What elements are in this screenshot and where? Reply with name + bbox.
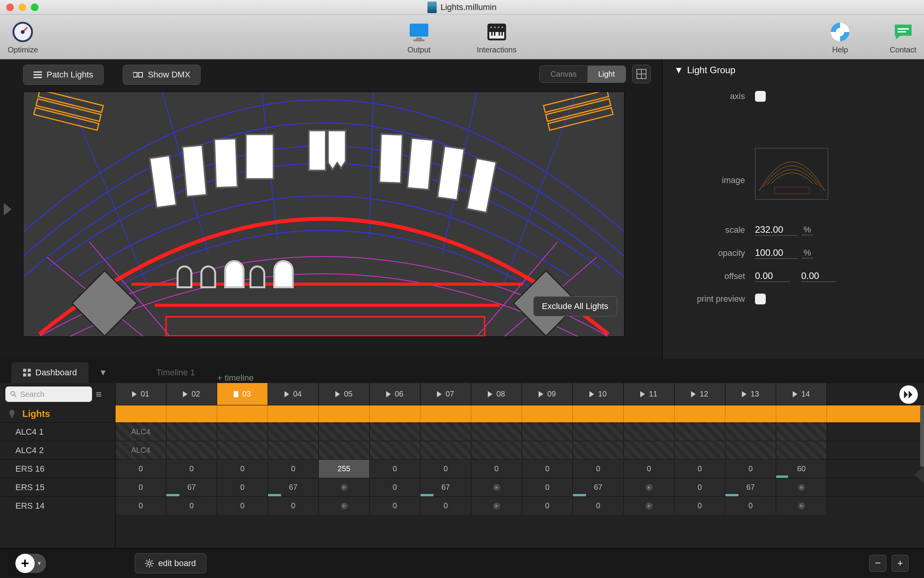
cell[interactable] [471,423,522,441]
cell[interactable]: 67 [268,478,319,496]
cell[interactable]: 0 [370,497,420,515]
lights-cue-06[interactable] [370,405,420,422]
patch-lights-button[interactable]: Patch Lights [23,65,104,85]
column-header-08[interactable]: 08 [471,383,522,405]
cell[interactable] [217,423,268,441]
cell[interactable] [573,441,624,459]
cell[interactable] [776,497,827,515]
cell[interactable] [319,478,370,496]
cell[interactable] [268,441,319,459]
cell[interactable]: 60 [776,460,827,478]
close-window-button[interactable] [6,3,14,11]
cell[interactable]: 67 [166,478,217,496]
cell[interactable]: 0 [573,460,624,478]
light-tab[interactable]: Light [588,66,626,82]
cell[interactable] [420,423,471,441]
column-header-09[interactable]: 09 [522,383,573,405]
column-header-02[interactable]: 02 [166,383,217,405]
zoom-in-button[interactable]: + [892,555,909,572]
column-header-11[interactable]: 11 [624,383,675,405]
cell[interactable]: 0 [573,497,624,515]
contact-button[interactable]: Contact [890,21,916,54]
cell[interactable]: 0 [420,460,471,478]
list-menu-button[interactable]: ≡ [96,388,110,400]
add-timeline-button[interactable]: + timeline [217,373,254,383]
row-label[interactable]: ALC4 2 [0,441,115,459]
cell[interactable] [471,441,522,459]
left-panel-toggle[interactable] [4,203,12,215]
lights-cue-07[interactable] [420,405,471,422]
interactions-button[interactable]: Interactions [477,21,516,54]
canvas-tab[interactable]: Canvas [540,66,588,82]
cell[interactable]: 0 [522,460,573,478]
cell[interactable] [522,423,573,441]
cell[interactable]: 0 [116,497,166,515]
lights-cue-04[interactable] [268,405,319,422]
optimize-button[interactable]: Optimize [8,21,38,54]
lights-cue-08[interactable] [471,405,522,422]
print-preview-checkbox[interactable] [755,294,766,304]
cell[interactable] [166,423,217,441]
zoom-window-button[interactable] [31,3,38,11]
cell[interactable]: 0 [675,497,725,515]
cell[interactable] [370,423,420,441]
cell[interactable]: 0 [116,478,166,496]
column-header-05[interactable]: 05 [319,383,370,405]
output-button[interactable]: Output [407,21,430,54]
column-header-03[interactable]: 03 [217,383,268,405]
cell[interactable]: 0 [217,478,268,496]
offset-x-input[interactable]: 0.00 [755,271,790,282]
lights-cue-14[interactable] [776,405,827,422]
row-label[interactable]: ALC4 1 [0,422,115,441]
lights-cue-10[interactable] [573,405,624,422]
exclude-all-lights-button[interactable]: Exclude All Lights [533,296,617,316]
cell[interactable] [319,423,370,441]
cell[interactable]: 0 [268,460,319,478]
cell[interactable]: 0 [675,460,725,478]
column-header-01[interactable]: 01 [116,383,166,405]
row-label[interactable]: ERS 16 [0,459,115,478]
lights-cue-02[interactable] [166,405,217,422]
show-dmx-button[interactable]: Show DMX [123,65,201,85]
column-header-12[interactable]: 12 [675,383,725,405]
cell[interactable] [624,478,675,496]
cell[interactable] [624,497,675,515]
cell[interactable] [675,423,725,441]
cell[interactable]: ALC4 [116,423,166,441]
cell[interactable]: 0 [471,460,522,478]
lights-group-header[interactable]: Lights [0,405,115,422]
axis-checkbox[interactable] [755,91,766,102]
cell[interactable] [675,441,725,459]
cell[interactable] [725,441,776,459]
cell[interactable]: 0 [725,460,776,478]
scale-input[interactable]: 232.00 [755,224,797,236]
cell[interactable]: 0 [420,497,471,515]
cell[interactable] [471,497,522,515]
cell[interactable] [725,423,776,441]
search-input[interactable]: Search [5,386,92,402]
minimize-window-button[interactable] [18,3,26,11]
help-button[interactable]: Help [829,21,851,54]
cell[interactable] [624,441,675,459]
image-thumbnail[interactable] [755,148,828,200]
cell[interactable] [217,441,268,459]
cell[interactable]: 67 [420,478,471,496]
column-header-10[interactable]: 10 [573,383,624,405]
edit-board-button[interactable]: edit board [135,553,206,573]
cell[interactable]: ALC4 [116,441,166,459]
lights-cue-11[interactable] [624,405,675,422]
cell[interactable] [319,441,370,459]
add-button[interactable]: + ▾ [15,554,46,573]
inspector-header[interactable]: ▼ Light Group [674,65,909,76]
cell[interactable] [573,423,624,441]
cell[interactable] [319,497,370,515]
row-label[interactable]: ERS 14 [0,496,115,515]
fast-forward-button[interactable] [899,385,918,404]
cell[interactable] [471,478,522,496]
layout-grid-button[interactable] [632,65,651,83]
column-header-07[interactable]: 07 [420,383,471,405]
cell[interactable]: 255 [319,460,370,478]
cell[interactable] [370,441,420,459]
cell[interactable]: 0 [522,497,573,515]
cell[interactable]: 0 [370,478,420,496]
